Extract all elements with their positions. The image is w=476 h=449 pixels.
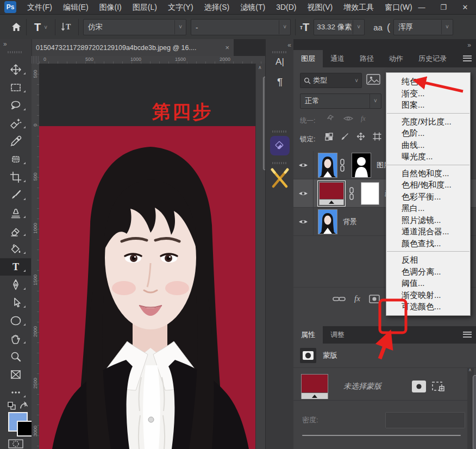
close-button[interactable]: ✕ [454, 0, 476, 14]
menu-image[interactable]: 图像(I) [94, 0, 127, 14]
menu-item-invert[interactable]: 反相 [386, 254, 470, 266]
document-tab[interactable]: 015047321172897202129109a4bcde3b.jpeg @ … [32, 39, 234, 56]
menu-item-exposure[interactable]: 曝光度... [386, 151, 470, 163]
visibility-eye-icon[interactable] [293, 151, 314, 179]
tab-layers[interactable]: 图层 [293, 50, 323, 67]
eyedropper-tool[interactable] [0, 133, 31, 150]
expand-panels-icon[interactable]: « [287, 41, 291, 49]
menu-item-hue-saturation[interactable]: 色相/饱和度... [386, 179, 470, 191]
select-mask-icon[interactable] [412, 381, 426, 392]
properties-scrollbar[interactable]: ∧ [467, 367, 474, 449]
menu-select[interactable]: 选择(S) [199, 0, 235, 14]
menu-item-black-white[interactable]: 黑白... [386, 202, 470, 214]
tab-history[interactable]: 历史记录 [411, 50, 454, 67]
layer-style-icon[interactable]: fx [354, 294, 360, 303]
toolbar-gripper[interactable] [8, 51, 23, 53]
ellipse-shape-tool[interactable] [0, 312, 31, 329]
menu-item-pattern[interactable]: 图案... [386, 99, 470, 111]
menu-item-gradient-map[interactable]: 渐变映射... [386, 289, 470, 301]
default-colors-icon[interactable] [7, 401, 17, 411]
menu-file[interactable]: 文件(F) [22, 0, 58, 14]
layer-name[interactable]: 背景 [343, 217, 357, 227]
zoom-tool[interactable] [0, 348, 31, 365]
font-size-select[interactable]: 33.32 像素 ˅ [314, 19, 365, 35]
scrollbar-thumb[interactable] [473, 375, 476, 449]
quick-mask-icon[interactable] [8, 439, 23, 448]
menu-item-channel-mixer[interactable]: 通道混合器... [386, 226, 470, 238]
plugin-eraser-icon[interactable] [266, 136, 294, 155]
menu-layer[interactable]: 图层(L) [127, 0, 162, 14]
menu-item-posterize[interactable]: 色调分离... [386, 266, 470, 278]
menu-item-color-lookup[interactable]: 颜色查找... [386, 238, 470, 250]
spot-healing-brush-tool[interactable] [0, 115, 31, 132]
home-icon[interactable] [11, 22, 22, 33]
close-tab-icon[interactable]: × [225, 43, 229, 52]
layer-filter-select[interactable]: 类型 ˅ [300, 73, 362, 88]
tab-actions[interactable]: 动作 [381, 50, 411, 67]
menu-item-selective-color[interactable]: 可选颜色... [386, 301, 470, 313]
menu-view[interactable]: 视图(V) [302, 0, 338, 14]
menu-item-vibrance[interactable]: 自然饱和度... [386, 167, 470, 179]
canvas[interactable]: 第四步 [39, 64, 255, 449]
menu-item-levels[interactable]: 色阶... [386, 127, 470, 139]
menu-3d[interactable]: 3D(D) [271, 0, 302, 14]
menu-item-curves[interactable]: 曲线... [386, 139, 470, 151]
add-vector-mask-icon[interactable] [431, 381, 444, 392]
menu-item-solid-color[interactable]: 纯色... [386, 76, 470, 88]
collapse-panels-icon[interactable]: » [467, 41, 471, 49]
restore-button[interactable]: ❐ [433, 0, 454, 14]
menu-filter[interactable]: 滤镜(T) [235, 0, 271, 14]
layer-mask-thumbnail[interactable] [361, 182, 379, 205]
pen-tool[interactable] [0, 276, 31, 294]
clone-stamp-tool[interactable] [0, 204, 31, 222]
fill-layer-thumbnail[interactable] [319, 182, 344, 205]
menu-item-threshold[interactable]: 阈值... [386, 277, 470, 289]
layer-thumbnail[interactable] [318, 209, 337, 234]
menu-item-photo-filter[interactable]: 照片滤镜... [386, 214, 470, 226]
scroll-up-icon[interactable]: ∧ [468, 367, 472, 372]
eraser-tool[interactable] [0, 222, 31, 240]
scroll-up-icon[interactable]: ∧ [258, 65, 262, 70]
tab-channels[interactable]: 通道 [323, 50, 352, 67]
visibility-eye-icon[interactable] [293, 179, 314, 207]
menu-type[interactable]: 文字(Y) [162, 0, 199, 14]
frame-tool[interactable] [0, 366, 31, 383]
minimize-button[interactable]: — [411, 0, 433, 14]
menu-edit[interactable]: 编辑(E) [58, 0, 94, 14]
anti-alias-select[interactable]: 浑厚 ˅ [393, 19, 453, 35]
hand-tool[interactable] [0, 330, 31, 347]
brush-tool[interactable] [0, 186, 31, 204]
visibility-eye-icon[interactable] [293, 208, 314, 235]
lasso-tool[interactable] [0, 97, 31, 114]
paint-bucket-tool[interactable] [0, 240, 31, 258]
menu-item-gradient[interactable]: 渐变... [386, 88, 470, 99]
edit-toolbar-icon[interactable] [0, 384, 31, 401]
paragraph-panel-icon[interactable]: ¶ [266, 76, 294, 88]
crop-tool[interactable] [0, 169, 31, 186]
menu-plugins[interactable]: 增效工具 [338, 0, 379, 14]
density-value-field[interactable] [385, 412, 465, 428]
font-family-select[interactable]: 仿宋 ˅ [83, 19, 186, 35]
background-color-swatch[interactable] [17, 421, 33, 436]
fill-layer-preview[interactable] [301, 374, 328, 399]
density-slider[interactable] [302, 435, 461, 436]
tab-paths[interactable]: 路径 [352, 50, 381, 67]
marquee-tool[interactable] [0, 79, 31, 96]
filter-by-image-icon[interactable] [366, 74, 380, 85]
panel-menu-icon[interactable] [463, 55, 472, 61]
plugin-brushes-icon[interactable] [266, 167, 294, 189]
type-tool[interactable]: T [0, 258, 31, 276]
swap-colors-icon[interactable] [18, 401, 29, 411]
menu-item-brightness-contrast[interactable]: 亮度/对比度... [386, 116, 470, 128]
blend-mode-select[interactable]: 正常 ˅ [300, 93, 381, 109]
expand-toolbar-icon[interactable]: » [3, 40, 7, 48]
path-selection-tool[interactable] [0, 294, 31, 311]
font-style-select[interactable]: - ˅ [191, 19, 291, 35]
menu-item-color-balance[interactable]: 色彩平衡... [386, 191, 470, 203]
type-tool-preset[interactable]: T ˅ [31, 21, 51, 34]
character-panel-icon[interactable]: A| [266, 57, 294, 67]
move-tool[interactable] [0, 61, 31, 78]
text-orientation-icon[interactable]: T [60, 21, 74, 34]
layer-mask-thumbnail[interactable] [352, 153, 371, 178]
lock-icons[interactable] [325, 132, 381, 141]
